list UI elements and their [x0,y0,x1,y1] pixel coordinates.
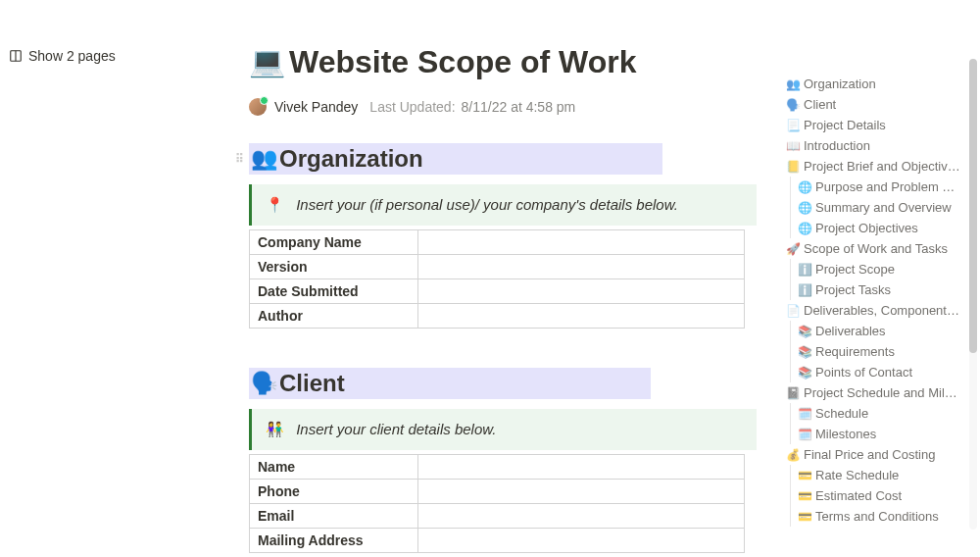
table-row: Version [250,255,745,279]
table-row: Mailing Address [250,529,745,553]
outline-item[interactable]: 🌐Purpose and Problem Statem… [786,177,960,197]
outline-item[interactable]: 📚 Requirements [786,341,960,362]
outline-item[interactable]: 📓Project Schedule and Milestones [786,382,960,403]
outline-item[interactable]: 🌐Summary and Overview [786,197,960,218]
cell-label[interactable]: Company Name [250,230,418,255]
cell-label[interactable]: Email [250,504,418,529]
cell-value[interactable] [418,455,745,480]
outline-item-label: Deliverables, Components, & R… [804,303,960,318]
cell-value[interactable] [418,279,745,304]
outline-item[interactable]: 📄Deliverables, Components, & R… [786,300,960,321]
outline-item-label: Estimated Cost [815,488,902,503]
outline-item[interactable]: 🌐Project Objectives [786,218,960,238]
outline-item-icon: 🌐 [798,201,812,215]
outline-item-label: Terms and Conditions [815,509,939,524]
outline-item-icon: 📃 [786,119,801,132]
outline-item[interactable]: 🚀Scope of Work and Tasks [786,238,960,259]
cell-label[interactable]: Date Submitted [250,279,418,304]
scrollbar-thumb[interactable] [969,59,977,353]
outline-item-icon: 👥 [786,77,801,91]
cell-value[interactable] [418,529,745,553]
pin-icon: 📍 [266,196,284,213]
page-title-text: Website Scope of Work [289,43,636,80]
outline-item[interactable]: 📃Project Details [786,115,960,135]
callout-organization[interactable]: 📍 Insert your (if personal use)/ your co… [249,184,757,226]
page-meta: Vivek Pandey Last Updated: 8/11/22 at 4:… [249,98,759,116]
outline-item-label: Project Objectives [815,221,918,235]
show-pages-toggle[interactable]: Show 2 pages [9,48,116,64]
outline-item-icon: 💳 [798,510,812,524]
heading-client-emoji: 🗣️ [251,371,277,396]
outline-item[interactable]: 📚Points of Contact [786,362,960,382]
outline-item-icon: 💳 [798,489,812,503]
outline-item[interactable]: ℹ️ Project Scope [786,259,960,279]
show-pages-label: Show 2 pages [28,48,116,64]
outline-item-icon: 📚 [798,366,812,380]
outline-item-label: Introduction [804,138,870,153]
outline-item-icon: ℹ️ [798,263,812,277]
outline-panel: 👥Organization🗣️Client📃Project Details📖In… [786,74,960,534]
outline-item-label: Purpose and Problem Statem… [815,179,960,194]
updated-value: 8/11/22 at 4:58 pm [462,99,576,115]
outline-item[interactable]: 📖Introduction [786,135,960,156]
updated-label: Last Updated: [369,99,455,115]
outline-item[interactable]: 🗓️Schedule [786,403,960,424]
outline-item[interactable]: 💰 Final Price and Costing [786,444,960,465]
heading-organization[interactable]: ⠿ 👥 Organization [249,143,662,175]
outline-item[interactable]: 📒Project Brief and Objectives [786,156,960,177]
outline-item-label: Scope of Work and Tasks [804,241,948,256]
book-icon [9,49,23,63]
outline-item-label: Milestones [815,427,876,441]
outline-item-icon: 🚀 [786,242,801,256]
outline-item-label: Requirements [815,344,895,359]
table-row: Name [250,455,745,480]
outline-item[interactable]: 📚Deliverables [786,321,960,341]
outline-item[interactable]: 👥Organization [786,74,960,94]
outline-item[interactable]: ℹ️ Project Tasks [786,279,960,300]
cell-value[interactable] [418,255,745,279]
drag-handle-icon[interactable]: ⠿ [235,152,242,166]
cell-label[interactable]: Name [250,455,418,480]
cell-value[interactable] [418,304,745,329]
callout-client[interactable]: 👫 Insert your client details below. [249,409,757,450]
outline-item-label: Client [804,97,836,112]
cell-label[interactable]: Version [250,255,418,279]
outline-item[interactable]: 💳Estimated Cost [786,485,960,506]
table-client: Name Phone Email Mailing Address [249,454,745,553]
outline-item-label: Final Price and Costing [804,447,935,462]
author-avatar[interactable] [249,98,267,116]
outline-item-icon: 🌐 [798,180,812,194]
outline-item[interactable]: 💳Rate Schedule [786,465,960,485]
cell-value[interactable] [418,480,745,504]
outline-item-label: Summary and Overview [815,200,952,215]
outline-item-label: Rate Schedule [815,468,899,482]
cell-value[interactable] [418,504,745,529]
scrollbar-vertical[interactable] [969,59,977,530]
table-organization: Company Name Version Date Submitted Auth… [249,229,745,329]
outline-item-label: Organization [804,76,876,91]
callout-organization-text: Insert your (if personal use)/ your comp… [296,196,678,213]
outline-item-icon: 🗣️ [786,98,801,112]
table-row: Author [250,304,745,329]
page-title-emoji: 💻 [249,44,285,79]
cell-value[interactable] [418,230,745,255]
outline-item-label: Project Details [804,118,886,132]
heading-client[interactable]: 🗣️ Client [249,368,651,399]
document-main: 💻 Website Scope of Work Vivek Pandey Las… [249,43,759,557]
outline-item-icon: 🗓️ [798,428,812,441]
outline-item-label: Project Brief and Objectives [804,159,960,174]
outline-item-label: Deliverables [815,324,886,338]
outline-item[interactable]: 🗓️Milestones [786,424,960,444]
table-row: Phone [250,480,745,504]
cell-label[interactable]: Author [250,304,418,329]
table-row: Date Submitted [250,279,745,304]
outline-item[interactable]: 💳Terms and Conditions [786,506,960,527]
author-name[interactable]: Vivek Pandey [274,99,358,115]
cell-label[interactable]: Mailing Address [250,529,418,553]
callout-client-text: Insert your client details below. [296,421,496,437]
outline-item-icon: 🌐 [798,222,812,235]
outline-item[interactable]: 🗣️Client [786,94,960,115]
outline-item-label: Project Schedule and Milestones [804,385,960,400]
outline-item-label: Project Scope [815,262,895,277]
cell-label[interactable]: Phone [250,480,418,504]
